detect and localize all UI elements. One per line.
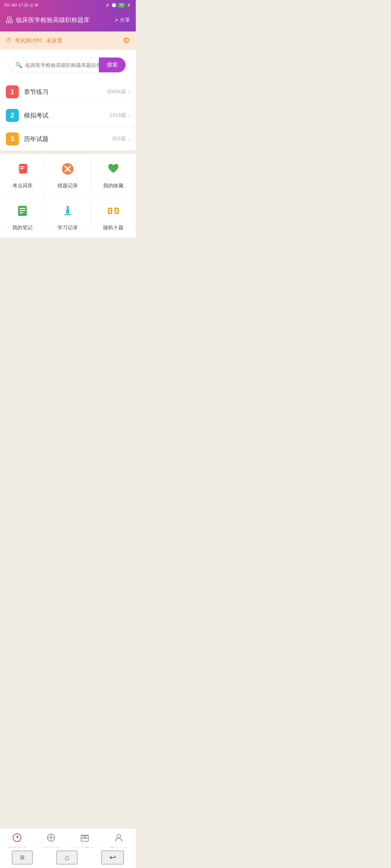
signal-icon: 5G: [4, 3, 10, 7]
svg-rect-9: [20, 208, 25, 209]
status-right: ⚡ 🕐 75 ⚡: [105, 3, 131, 8]
menu-item-mock[interactable]: 2 模拟考试 1419题 ›: [0, 104, 136, 127]
m-icon: M: [35, 3, 38, 7]
menu-num-1: 1: [6, 85, 19, 98]
svg-point-16: [109, 209, 111, 211]
svg-point-13: [67, 206, 69, 208]
settings-button[interactable]: ⚙: [123, 36, 130, 45]
status-bar: 5G HD 17:25 ◎ M ⚡ 🕐 75 ⚡: [0, 0, 136, 10]
menu-item-history[interactable]: 3 历年试题 855题 ›: [0, 127, 136, 150]
svg-rect-14: [108, 208, 112, 214]
countdown-left: ⏱ 考试倒计时: 未设置: [6, 37, 62, 44]
keywords-label: 考点词库: [12, 183, 33, 189]
countdown-label: 考试倒计时:: [14, 37, 43, 44]
svg-rect-11: [20, 212, 23, 213]
favorites-icon: [106, 162, 120, 179]
menu-num-3: 3: [6, 132, 19, 145]
share-icon: ↗: [114, 17, 118, 23]
grid-cell-random[interactable]: 随机十题: [91, 196, 136, 238]
grid-cell-errors[interactable]: 错题记录: [45, 154, 91, 196]
status-left: 5G HD 17:25 ◎ M: [4, 3, 38, 8]
menu-label-mock: 模拟考试: [24, 111, 110, 120]
notes-icon: [16, 204, 29, 221]
grid-row-1: 考点词库 错题记录 我的收藏: [0, 154, 136, 196]
random-icon: [106, 204, 120, 221]
hd-icon: HD: [11, 3, 17, 7]
random-label: 随机十题: [103, 225, 123, 231]
battery-icon: 75: [118, 3, 125, 8]
menu-item-chapter[interactable]: 1 章节练习 30094题 ›: [0, 80, 136, 104]
share-button[interactable]: ↗ 分享: [114, 17, 130, 24]
compass-icon: ◎: [30, 3, 33, 8]
grid-section: 考点词库 错题记录 我的收藏: [0, 154, 136, 238]
clock-icon: 🕐: [112, 3, 117, 8]
grid-cell-study[interactable]: 学习记录: [45, 196, 91, 238]
countdown-value: 未设置: [46, 37, 62, 44]
keywords-icon: [16, 162, 29, 179]
countdown-bar: ⏱ 考试倒计时: 未设置 ⚙: [0, 31, 136, 50]
study-label: 学习记录: [58, 225, 78, 231]
menu-count-mock: 1419题: [110, 112, 126, 119]
grid-row-2: 我的笔记 学习记录: [0, 196, 136, 238]
svg-rect-2: [20, 166, 25, 167]
errors-icon: [61, 162, 75, 179]
grid-cell-notes[interactable]: 我的笔记: [0, 196, 45, 238]
flash-icon: ⚡: [126, 3, 131, 8]
time: 17:25: [18, 3, 29, 7]
chevron-icon-chapter: ›: [128, 89, 130, 95]
svg-rect-15: [114, 208, 119, 214]
svg-rect-12: [64, 214, 71, 215]
grid-cell-favorites[interactable]: 我的收藏: [91, 154, 136, 196]
search-container: 🔍 搜索: [0, 50, 136, 80]
chevron-icon-mock: ›: [128, 112, 130, 119]
menu-count-history: 855题: [112, 136, 126, 142]
app-header: 品 临床医学检验高级职称题库 ↗ 分享: [0, 10, 136, 31]
study-icon: [61, 204, 75, 221]
share-label: 分享: [120, 17, 130, 24]
search-input[interactable]: [25, 58, 99, 72]
svg-point-19: [115, 211, 117, 213]
search-bar: 🔍 搜索: [10, 58, 126, 72]
menu-label-history: 历年试题: [24, 135, 112, 143]
errors-label: 错题记录: [58, 183, 78, 189]
svg-rect-10: [20, 210, 25, 211]
menu-num-2: 2: [6, 109, 19, 122]
menu-count-chapter: 30094题: [107, 89, 126, 95]
search-button[interactable]: 搜索: [99, 58, 126, 72]
search-icon: 🔍: [15, 61, 22, 68]
svg-point-17: [109, 211, 111, 213]
menu-section: 1 章节练习 30094题 › 2 模拟考试 1419题 › 3 历年试题 85…: [0, 80, 136, 150]
notes-label: 我的笔记: [12, 225, 33, 231]
empty-content-area: [0, 238, 136, 368]
menu-label-chapter: 章节练习: [24, 88, 107, 96]
header-title-container: 品 临床医学检验高级职称题库: [6, 15, 90, 25]
app-logo-icon: 品: [6, 15, 13, 25]
clock-countdown-icon: ⏱: [6, 37, 12, 44]
app-title: 临床医学检验高级职称题库: [16, 16, 90, 24]
favorites-label: 我的收藏: [103, 183, 123, 189]
svg-rect-3: [20, 168, 24, 169]
chevron-icon-history: ›: [128, 136, 130, 142]
grid-cell-keywords[interactable]: 考点词库: [0, 154, 45, 196]
svg-point-18: [115, 209, 117, 211]
bluetooth-icon: ⚡: [105, 3, 110, 8]
